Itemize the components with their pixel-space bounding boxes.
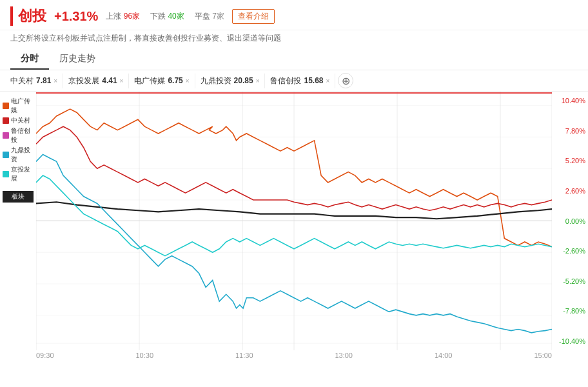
close-stock-3[interactable]: × — [256, 77, 260, 84]
legend-block: 板块 — [3, 191, 34, 203]
close-stock-1[interactable]: × — [120, 77, 124, 84]
stock-name-2: 电广传媒 — [134, 75, 165, 86]
y-axis: 10.40% 7.80% 5.20% 2.60% 0.00% -2.60% -5… — [552, 92, 588, 350]
x-label-2: 11:30 — [235, 352, 253, 359]
flat-stat: 平盘 7家 — [195, 11, 224, 22]
stock-price-3: 20.85 — [234, 76, 253, 85]
header: 创投 +1.31% 上涨 96家 下跌 40家 平盘 7家 查看介绍 — [0, 0, 588, 30]
intro-button[interactable]: 查看介绍 — [232, 9, 275, 24]
stock-name-3: 九鼎投资 — [201, 75, 231, 86]
add-stock-button[interactable]: ⊕ — [338, 73, 353, 88]
stock-tab-4[interactable]: 鲁信创投 15.68 × — [265, 74, 335, 88]
down-stat: 下跌 40家 — [150, 11, 184, 22]
main-chart: 电广传媒 中关村 鲁信创投 九鼎投资 京投发展 板块 — [0, 92, 588, 350]
y-label-6: -5.20% — [554, 277, 585, 285]
chart-area: 中关村 7.81 × 京投发展 4.41 × 电广传媒 6.75 × 九鼎投资 … — [0, 70, 588, 361]
x-axis: 09:30 10:30 11:30 13:00 14:00 15:00 — [0, 350, 588, 361]
legend-jiuDing: 九鼎投资 — [3, 146, 34, 164]
x-label-3: 13:00 — [335, 352, 353, 359]
legend-color-zhongGuan — [3, 117, 9, 124]
close-stock-0[interactable]: × — [54, 77, 57, 84]
tab-intraday[interactable]: 分时 — [10, 49, 49, 70]
legend-zhongGuan: 中关村 — [3, 116, 34, 125]
tab-bar: 分时 历史走势 — [0, 49, 588, 70]
page-title: 创投 — [10, 6, 46, 26]
up-stat: 上涨 96家 — [106, 11, 140, 22]
stock-name-0: 中关村 — [10, 75, 34, 86]
tab-history[interactable]: 历史走势 — [49, 49, 106, 70]
x-label-5: 15:00 — [534, 352, 552, 359]
y-label-3: 2.60% — [554, 187, 585, 195]
legend-luXin: 鲁信创投 — [3, 126, 34, 144]
stock-name-1: 京投发展 — [68, 75, 99, 86]
y-label-5: -2.60% — [554, 247, 585, 255]
legend-jingTou: 京投发展 — [3, 165, 34, 183]
chart-canvas — [36, 92, 552, 350]
subtitle: 上交所将设立科创板并试点注册制，将直接改善创投行业募资、退出渠道等问题 — [0, 30, 588, 49]
x-label-0: 09:30 — [36, 352, 54, 359]
legend-color-dianGuang — [3, 103, 9, 109]
stock-name-4: 鲁信创投 — [270, 75, 301, 86]
y-label-2: 5.20% — [554, 157, 585, 164]
y-label-4: 0.00% — [554, 217, 585, 225]
legend-color-jiuDing — [3, 152, 9, 158]
close-stock-2[interactable]: × — [186, 77, 190, 84]
legend-color-jingTou — [3, 171, 9, 177]
line-chart-svg — [36, 92, 552, 350]
stock-price-0: 7.81 — [36, 76, 51, 85]
change-pct: +1.31% — [54, 9, 98, 24]
y-label-1: 7.80% — [554, 127, 585, 135]
stock-price-2: 6.75 — [168, 76, 182, 85]
stock-tab-bar: 中关村 7.81 × 京投发展 4.41 × 电广传媒 6.75 × 九鼎投资 … — [0, 70, 588, 92]
stock-tab-0[interactable]: 中关村 7.81 × — [5, 74, 63, 88]
stock-tab-3[interactable]: 九鼎投资 20.85 × — [195, 74, 266, 88]
x-label-4: 14:00 — [435, 352, 453, 359]
y-label-8: -10.40% — [554, 337, 585, 345]
y-label-0: 10.40% — [554, 97, 585, 104]
x-label-1: 10:30 — [135, 352, 153, 359]
y-label-7: -7.80% — [554, 307, 585, 315]
chart-legend: 电广传媒 中关村 鲁信创投 九鼎投资 京投发展 板块 — [0, 92, 36, 350]
legend-color-luXin — [3, 132, 9, 139]
stock-price-4: 15.68 — [304, 76, 323, 85]
legend-dianGuang: 电广传媒 — [3, 97, 34, 115]
stock-tab-1[interactable]: 京投发展 4.41 × — [63, 74, 129, 88]
market-stats: 上涨 96家 下跌 40家 平盘 7家 — [106, 11, 224, 22]
stock-tab-2[interactable]: 电广传媒 6.75 × — [129, 74, 195, 88]
close-stock-4[interactable]: × — [326, 77, 330, 84]
stock-price-1: 4.41 — [102, 76, 117, 85]
